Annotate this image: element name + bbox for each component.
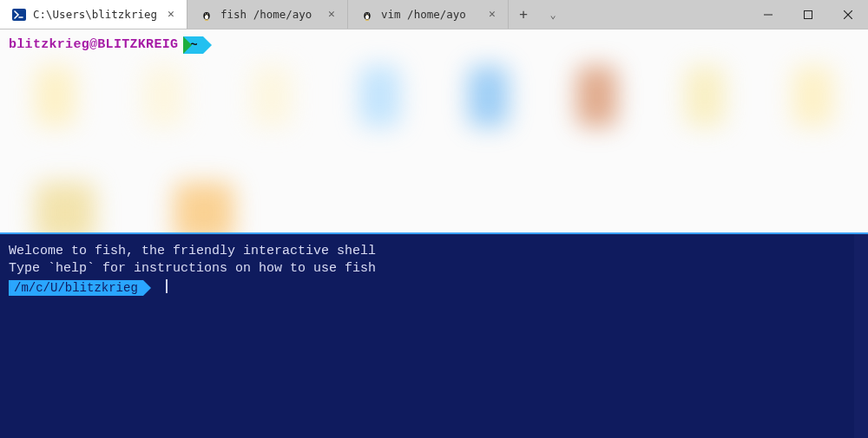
svg-point-6 [365,15,369,19]
svg-point-4 [207,13,208,14]
plus-icon: + [519,6,528,23]
powershell-icon [12,8,26,22]
new-tab-button[interactable]: + [509,0,538,29]
pane-top-powershell[interactable]: blitzkrieg@BLITZKREIG ~ [0,29,868,232]
window-close-button[interactable] [828,0,868,29]
svg-point-8 [368,13,369,14]
tux-icon [360,8,374,22]
tab-title: C:\Users\blitzkrieg [33,8,157,21]
close-icon[interactable]: ✕ [485,8,499,22]
acrylic-blur-background [0,54,868,232]
prompt-cwd: /m/c/U/blitzkrieg [9,280,143,296]
titlebar: C:\Users\blitzkrieg ✕ fish /home/ayo ✕ v… [0,0,868,29]
pane-bottom-fish[interactable]: Welcome to fish, the friendly interactiv… [0,234,868,438]
prompt-line: blitzkrieg@BLITZKREIG ~ [9,36,212,54]
close-icon[interactable]: ✕ [325,8,339,22]
window-controls [748,0,868,29]
close-icon[interactable]: ✕ [164,8,178,22]
tux-icon [200,8,214,22]
svg-point-2 [205,15,208,19]
chevron-right-icon [143,280,151,296]
titlebar-drag-region[interactable] [568,0,748,29]
svg-point-7 [365,13,366,14]
tab-vim[interactable]: vim /home/ayo ✕ [348,0,509,29]
svg-rect-10 [805,10,812,18]
maximize-button[interactable] [788,0,828,29]
tab-fish[interactable]: fish /home/ayo ✕ [187,0,348,29]
tab-dropdown-button[interactable]: ⌄ [538,0,568,29]
chevron-right-icon [203,36,212,54]
minimize-button[interactable] [748,0,788,29]
tab-title: fish /home/ayo [220,8,318,21]
scrollbar-vertical[interactable] [854,234,868,438]
terminal-panes: blitzkrieg@BLITZKREIG ~ Welcome to fish,… [0,29,868,438]
chevron-right-icon [183,36,192,54]
fish-greeting-line: Welcome to fish, the friendly interactiv… [9,243,859,260]
tab-powershell[interactable]: C:\Users\blitzkrieg ✕ [0,0,187,29]
fish-help-line: Type `help` for instructions on how to u… [9,260,859,278]
tab-strip: C:\Users\blitzkrieg ✕ fish /home/ayo ✕ v… [0,0,509,29]
cursor [166,279,168,293]
prompt-segment: /m/c/U/blitzkrieg [9,280,151,296]
svg-point-3 [205,13,206,14]
prompt-cwd-segment: ~ [183,36,211,54]
tab-title: vim /home/ayo [381,8,478,21]
chevron-down-icon: ⌄ [549,9,556,21]
prompt-user-host: blitzkrieg@BLITZKREIG [9,36,178,54]
